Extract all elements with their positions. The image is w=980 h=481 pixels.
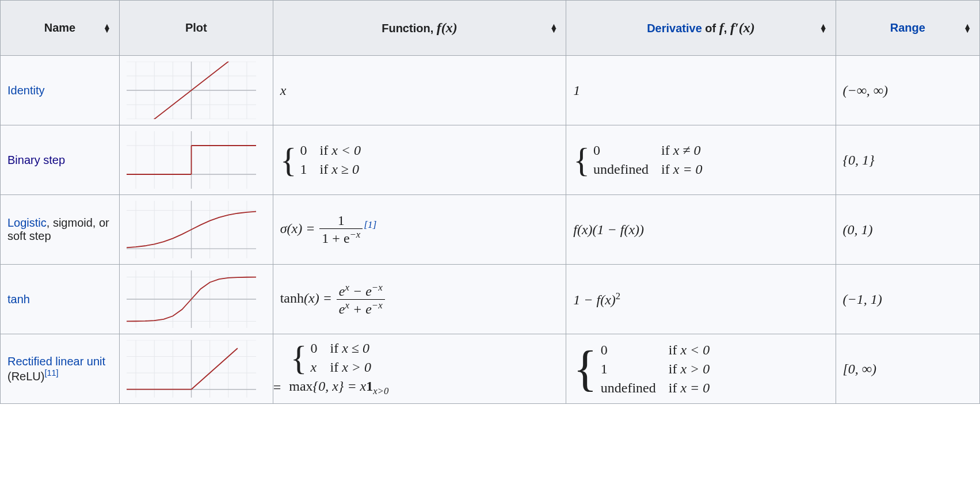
plot-identity[interactable] xyxy=(127,62,256,119)
alt: {0, x} = x xyxy=(313,379,367,394)
col-header-range[interactable]: Range▲▼ xyxy=(836,1,979,56)
relu-paren: (ReLU) xyxy=(7,369,44,382)
exp: −x xyxy=(372,300,383,311)
case-cond-prefix: if xyxy=(661,143,673,158)
alt: max xyxy=(289,379,312,394)
case-cond-prefix: if xyxy=(661,162,673,177)
plot-tanh[interactable] xyxy=(127,270,256,328)
frac-num: 1 xyxy=(319,213,363,228)
table-row: Binary step { 0if x < 0 1if x ≥ 0 { 0if … xyxy=(1,125,980,195)
alt-eq: = xyxy=(273,380,281,395)
relu-derivative: { 0if x < 0 1if x > 0 undefinedif x = 0 xyxy=(573,342,710,396)
case-val: undefined xyxy=(593,162,649,177)
col-header-derivative[interactable]: Derivative of f, f′(x)▲▼ xyxy=(566,1,836,56)
table-row: Logistic, sigmoid, or soft step σ(x) = 1… xyxy=(1,195,980,265)
plot-binary-step[interactable] xyxy=(127,131,256,189)
sort-icon: ▲▼ xyxy=(819,24,828,32)
case-val: 0 xyxy=(593,143,649,158)
tanh-link[interactable]: tanh xyxy=(7,293,30,306)
identity-function: x xyxy=(273,56,566,125)
header-derivative-math2: f′(x) xyxy=(730,20,755,35)
logistic-function: σ(x) = 11 + e−x[1] xyxy=(273,195,566,265)
alt-sub: x>0 xyxy=(373,385,388,396)
header-derivative-sep: , xyxy=(724,22,730,35)
header-function-math: f(x) xyxy=(437,20,457,35)
case-cond-prefix: if xyxy=(330,360,342,375)
header-plot-label: Plot xyxy=(185,21,207,34)
case-val: 0 xyxy=(300,143,307,158)
case-cond-prefix: if xyxy=(330,341,342,356)
num: e xyxy=(339,284,345,299)
exp: x xyxy=(345,282,349,293)
tanh-derivative: 1 − f(x)2 xyxy=(566,265,836,334)
der-exp: 2 xyxy=(616,291,620,301)
case-cond: x = 0 xyxy=(680,380,710,395)
citation-ref[interactable]: [11] xyxy=(44,368,58,377)
header-function-prefix: Function, xyxy=(382,22,437,35)
case-cond-prefix: if xyxy=(669,361,681,376)
citation-ref[interactable]: [1] xyxy=(364,219,376,230)
der-base: 1 − f(x) xyxy=(573,292,616,307)
fn-lhs: σ(x) = xyxy=(280,221,319,236)
case-cond-prefix: if xyxy=(669,380,681,395)
col-header-plot: Plot xyxy=(119,1,273,56)
case-cond: x > 0 xyxy=(680,361,710,376)
case-cond: x = 0 xyxy=(673,162,703,177)
case-cond: x < 0 xyxy=(680,342,710,357)
relu-function: { 0if x ≤ 0 xif x > 0 = max{0, x} = x1x>… xyxy=(273,334,566,404)
header-derivative-math1: f xyxy=(719,20,724,35)
case-val: 1 xyxy=(601,361,656,377)
case-val: 0 xyxy=(310,341,317,356)
case-cond: x ≤ 0 xyxy=(342,341,369,356)
case-cond: x ≥ 0 xyxy=(331,162,359,177)
case-val: x xyxy=(310,360,317,375)
den: + e xyxy=(349,301,372,316)
header-row: Name▲▼ Plot Function, f(x)▲▼ Derivative … xyxy=(1,1,980,56)
plot-logistic[interactable] xyxy=(127,201,256,258)
derivative-link[interactable]: Derivative xyxy=(647,22,702,35)
den: e xyxy=(339,301,345,316)
binary-step-link[interactable]: Binary step xyxy=(7,154,65,166)
case-val: 0 xyxy=(601,342,656,358)
frac-den-exp: −x xyxy=(350,229,361,240)
num: − e xyxy=(349,284,372,299)
case-cond: x > 0 xyxy=(342,360,371,375)
plot-relu[interactable] xyxy=(127,340,256,398)
exp: x xyxy=(345,300,349,311)
col-header-name[interactable]: Name▲▼ xyxy=(1,1,120,56)
relu-range: [0, ∞) xyxy=(836,334,979,404)
tanh-function: tanh(x) = ex − e−x ex + e−x xyxy=(273,265,566,334)
table-row: tanh tanh(x) = ex − e−x ex + e−x 1 − f(x… xyxy=(1,265,980,334)
header-name-label: Name xyxy=(44,21,75,34)
binary-step-range: {0, 1} xyxy=(836,125,979,195)
identity-derivative: 1 xyxy=(566,56,836,125)
exp: −x xyxy=(372,282,383,293)
alt: 1 xyxy=(366,379,373,394)
binary-step-function: { 0if x < 0 1if x ≥ 0 xyxy=(280,143,361,177)
case-cond-prefix: if xyxy=(669,342,681,357)
fn-lhs: tanh xyxy=(280,291,304,306)
frac-den: 1 + e xyxy=(322,231,349,246)
relu-link[interactable]: Rectified linear unit xyxy=(7,355,105,368)
binary-step-derivative: { 0if x ≠ 0 undefinedif x = 0 xyxy=(573,143,702,177)
table-row: Rectified linear unit (ReLU)[11] { 0if x… xyxy=(1,334,980,404)
col-header-function[interactable]: Function, f(x)▲▼ xyxy=(273,1,566,56)
case-cond-prefix: if xyxy=(319,162,331,177)
case-val: undefined xyxy=(601,380,656,396)
case-cond: x < 0 xyxy=(331,143,361,158)
sort-icon: ▲▼ xyxy=(963,24,971,32)
identity-range: (−∞, ∞) xyxy=(836,56,979,125)
range-link[interactable]: Range xyxy=(890,21,925,34)
logistic-range: (0, 1) xyxy=(836,195,979,265)
logistic-derivative: f(x)(1 − f(x)) xyxy=(566,195,836,265)
header-derivative-mid: of xyxy=(702,22,719,35)
fn-arg: (x) = xyxy=(304,291,335,306)
logistic-link[interactable]: Logistic xyxy=(7,216,47,229)
table-row: Identity x 1 (−∞, ∞) xyxy=(1,56,980,125)
case-val: 1 xyxy=(300,162,307,177)
case-cond: x ≠ 0 xyxy=(673,143,701,158)
identity-link[interactable]: Identity xyxy=(7,84,44,97)
tanh-range: (−1, 1) xyxy=(836,265,979,334)
activation-functions-table: Name▲▼ Plot Function, f(x)▲▼ Derivative … xyxy=(0,0,980,404)
sort-icon: ▲▼ xyxy=(550,24,558,32)
